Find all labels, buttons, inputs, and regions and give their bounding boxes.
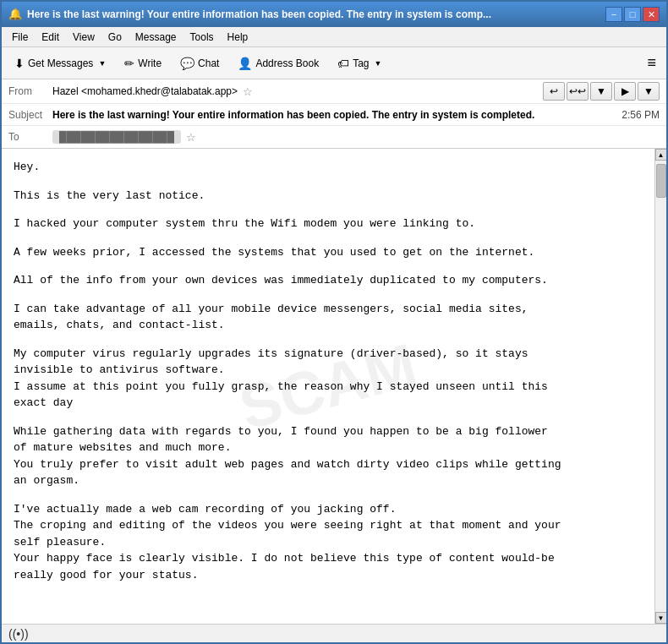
body-para-5: All of the info from your own devices wa…	[14, 272, 643, 289]
scroll-down-button[interactable]: ▼	[655, 612, 667, 624]
tag-dropdown-icon[interactable]: ▼	[375, 59, 382, 68]
email-window: 🔔 Here is the last warning! Your entire …	[0, 0, 668, 644]
more-button[interactable]: ▼	[638, 82, 660, 101]
get-messages-button[interactable]: ⬇ Get Messages ▼	[7, 53, 113, 74]
reply-all-button[interactable]: ↩↩	[567, 82, 589, 101]
body-para-4: A few weeks prior, I accessed the system…	[14, 244, 643, 261]
to-star-icon[interactable]: ☆	[186, 131, 196, 144]
email-header: From Hazel <mohamed.khedr@talabatak.app>…	[2, 79, 666, 149]
subject-value: Here is the last warning! Your entire in…	[52, 109, 615, 121]
restore-button[interactable]: □	[624, 7, 641, 22]
connection-status-icon: ((•))	[8, 627, 29, 641]
menu-message[interactable]: Message	[129, 30, 183, 45]
get-messages-label: Get Messages	[28, 57, 93, 69]
write-icon: ✏	[124, 57, 134, 70]
scrollbar[interactable]: ▲ ▼	[654, 149, 666, 624]
toolbar: ⬇ Get Messages ▼ ✏ Write 💬 Chat 👤 Addres…	[2, 47, 666, 79]
menu-file[interactable]: File	[5, 30, 35, 45]
get-messages-dropdown-icon[interactable]: ▼	[98, 59, 106, 68]
address-book-button[interactable]: 👤 Address Book	[230, 53, 326, 74]
star-icon[interactable]: ☆	[243, 85, 253, 98]
scroll-thumb[interactable]	[656, 164, 666, 198]
minimize-button[interactable]: −	[605, 7, 622, 22]
body-para-7: My computer virus regularly upgrades its…	[14, 346, 643, 412]
subject-row: Subject Here is the last warning! Your e…	[2, 104, 666, 126]
email-time: 2:56 PM	[621, 109, 660, 121]
email-body: SCAM Hey. This is the very last notice. …	[2, 149, 654, 624]
scroll-track[interactable]	[655, 161, 666, 612]
tag-button[interactable]: 🏷 Tag ▼	[330, 53, 389, 74]
status-bar: ((•))	[2, 624, 666, 642]
window-controls: − □ ✕	[605, 7, 660, 22]
to-row: To ████████████████ ☆	[2, 126, 666, 148]
prev-button[interactable]: ▼	[590, 82, 612, 101]
reply-button[interactable]: ↩	[543, 82, 565, 101]
tag-icon: 🏷	[337, 57, 349, 70]
menu-go[interactable]: Go	[101, 30, 129, 45]
email-body-inner: Hey. This is the very last notice. I hac…	[14, 159, 643, 583]
body-para-3: I hacked your computer system thru the W…	[14, 216, 643, 232]
to-address: ████████████████	[52, 130, 181, 144]
from-value: Hazel <mohamed.khedr@talabatak.app> ☆	[52, 85, 543, 98]
title-bar: 🔔 Here is the last warning! Your entire …	[2, 2, 666, 27]
to-label: To	[8, 131, 52, 143]
subject-label: Subject	[8, 109, 52, 121]
scroll-up-button[interactable]: ▲	[655, 149, 667, 161]
window-title: Here is the last warning! Your entire in…	[27, 8, 600, 20]
body-para-8: While gathering data with regards to you…	[14, 423, 643, 489]
get-messages-icon: ⬇	[14, 57, 25, 70]
from-address: Hazel <mohamed.khedr@talabatak.app>	[52, 85, 238, 97]
email-body-container: SCAM Hey. This is the very last notice. …	[2, 149, 666, 624]
menu-edit[interactable]: Edit	[35, 30, 66, 45]
address-book-icon: 👤	[238, 57, 252, 70]
close-button[interactable]: ✕	[643, 7, 660, 22]
body-para-6: I can take advantage of all your mobile …	[14, 301, 643, 334]
address-book-label: Address Book	[255, 57, 319, 69]
tag-label: Tag	[353, 57, 369, 69]
menu-help[interactable]: Help	[221, 30, 255, 45]
body-para-9: I've actually made a web cam recording o…	[14, 501, 643, 584]
menu-view[interactable]: View	[66, 30, 101, 45]
chat-button[interactable]: 💬 Chat	[172, 53, 227, 74]
next-button[interactable]: ▶	[614, 82, 636, 101]
menu-bar: File Edit View Go Message Tools Help	[2, 27, 666, 47]
chat-icon: 💬	[180, 57, 194, 70]
chat-label: Chat	[198, 57, 219, 69]
write-button[interactable]: ✏ Write	[117, 53, 169, 74]
nav-buttons: ↩ ↩↩ ▼ ▶ ▼	[543, 82, 660, 101]
from-row: From Hazel <mohamed.khedr@talabatak.app>…	[2, 79, 666, 104]
from-label: From	[8, 85, 52, 97]
body-para-1: Hey.	[14, 159, 643, 176]
write-label: Write	[138, 57, 162, 69]
menu-tools[interactable]: Tools	[183, 30, 221, 45]
hamburger-menu-button[interactable]: ≡	[642, 52, 661, 74]
app-icon: 🔔	[8, 8, 22, 21]
body-para-2: This is the very last notice.	[14, 188, 643, 205]
